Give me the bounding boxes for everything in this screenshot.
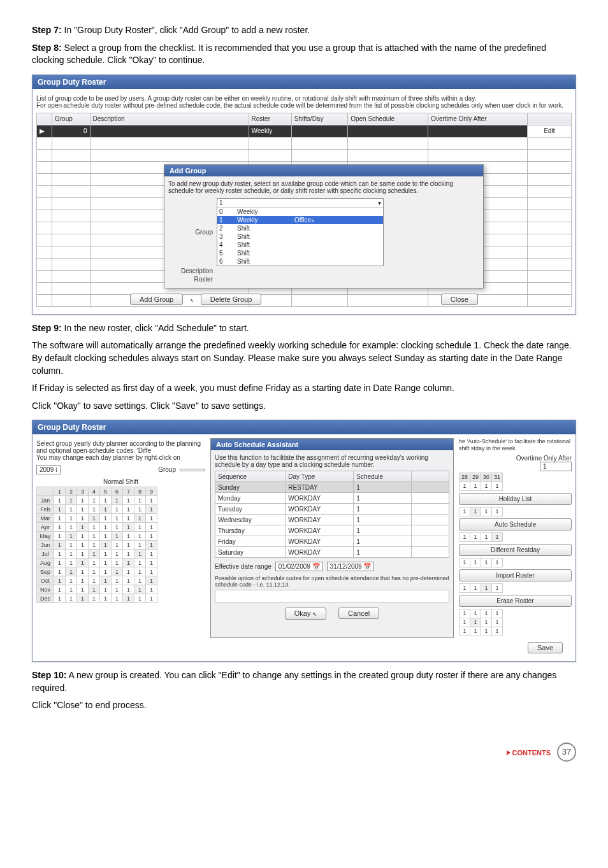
triangle-icon	[507, 750, 510, 755]
schedule-row[interactable]: SaturdayWORKDAY1	[215, 547, 449, 558]
calendar-row[interactable]: Aug111111111	[37, 559, 157, 567]
normal-shift-heading: Normal Shift	[36, 477, 205, 487]
dropdown-option[interactable]: 1WeeklyOffice ↖	[217, 216, 383, 224]
calendar-row[interactable]: Sep111111111	[37, 567, 157, 576]
auto-schedule-assistant-dialog: Auto Schedule Assistant Use this functio…	[210, 438, 454, 638]
right-pane: he 'Auto-Schedule' to facilitate the rot…	[459, 438, 572, 638]
step8-text: Select a group from the checklist. It is…	[32, 43, 546, 66]
ot-label: Overtime Only After	[516, 455, 572, 462]
col-schedule[interactable]: Schedule	[354, 471, 412, 482]
right-calendar-strip: 282930311111	[459, 473, 503, 491]
add-group-dialog: Add Group To add new group duty roster, …	[164, 164, 484, 288]
holiday-list-button[interactable]: Holiday List	[459, 493, 572, 505]
edit-link[interactable]: Edit	[528, 125, 572, 137]
table-row[interactable]: ▶ 0 Weekly Edit	[37, 125, 572, 137]
calendar-row[interactable]: May111111111	[37, 532, 157, 541]
assist-title: Auto Schedule Assistant	[211, 439, 453, 450]
delete-group-button[interactable]: Delete Group	[201, 294, 261, 305]
dropdown-option[interactable]: 4Shift	[217, 241, 383, 249]
window-title: Group Duty Roster	[33, 75, 575, 89]
schedule-row[interactable]: FridayWORKDAY1	[215, 536, 449, 547]
step10-text: A new group is created. You can click "E…	[32, 670, 556, 693]
effective-range-label: Effective date range	[215, 563, 271, 570]
group-label: Group	[168, 229, 217, 236]
col-sequence[interactable]: Sequence	[215, 471, 286, 482]
group-input[interactable]	[180, 469, 205, 471]
calendar-row[interactable]: Nov111111111	[37, 585, 157, 594]
group-dropdown[interactable]: 1▾ 0Weekly1WeeklyOffice ↖2Shift3Shift4Sh…	[217, 198, 384, 266]
step10-label: Step 10:	[32, 670, 66, 680]
intro-text: List of group code to be used by users. …	[36, 95, 572, 109]
col-daytype[interactable]: Day Type	[286, 471, 354, 482]
close-paragraph: Click "Close" to end process.	[32, 699, 576, 712]
step7-text: In "Group Duty Roster", click "Add Group…	[62, 25, 310, 35]
roster-label: Roster	[168, 276, 217, 283]
date-from-input[interactable]: 01/02/2009 📅	[275, 562, 323, 571]
year-spinner[interactable]: 2009 ⁞	[36, 465, 61, 474]
chevron-down-icon: ▾	[378, 199, 381, 206]
left-planner-pane: Select group yearly duty planner accordi…	[36, 438, 205, 638]
col-group[interactable]: Group	[52, 113, 90, 125]
open-schedule-input[interactable]	[215, 590, 449, 602]
cursor-icon: ↖	[190, 296, 194, 303]
step9-label: Step 9:	[32, 323, 62, 333]
assist-msg: Use this function to facilitate the assi…	[215, 454, 449, 468]
month-calendar[interactable]: 123456789Jan111111111Feb111111111Mar1111…	[36, 487, 157, 603]
col-roster[interactable]: Roster	[249, 113, 291, 125]
page-number: 37	[557, 743, 576, 762]
add-group-button[interactable]: Add Group	[130, 294, 183, 305]
paragraph: The software will automatically arrange …	[32, 339, 576, 377]
dropdown-option[interactable]: 5Shift	[217, 249, 383, 257]
schedule-row[interactable]: TuesdayWORKDAY1	[215, 504, 449, 515]
dialog-title: Add Group	[164, 165, 483, 176]
calendar-row[interactable]: Jul111111111	[37, 550, 157, 559]
paragraph: If Friday is selected as first day of a …	[32, 382, 576, 395]
schedule-row[interactable]: SundayRESTDAY1	[215, 482, 449, 493]
dropdown-option[interactable]: 6Shift	[217, 257, 383, 266]
col-open[interactable]: Open Schedule	[348, 113, 428, 125]
calendar-row[interactable]: Apr111111111	[37, 523, 157, 532]
contents-link[interactable]: CONTENTS	[507, 747, 551, 757]
col-overtime[interactable]: Overtime Only After	[428, 113, 528, 125]
calendar-row[interactable]: Dec111111111	[37, 594, 157, 603]
window-title-2: Group Duty Roster	[33, 420, 575, 434]
dropdown-option[interactable]: 2Shift	[217, 224, 383, 232]
dropdown-option[interactable]: 3Shift	[217, 232, 383, 241]
right-note: he 'Auto-Schedule' to facilitate the rot…	[459, 438, 572, 452]
auto-schedule-button[interactable]: Auto Schedule	[459, 518, 572, 530]
dropdown-option[interactable]: 0Weekly	[217, 208, 383, 216]
ot-input[interactable]: 1	[540, 462, 572, 471]
schedule-row[interactable]: ThursdayWORKDAY1	[215, 525, 449, 536]
left-intro: Select group yearly duty planner accordi…	[36, 440, 205, 461]
table-row	[37, 137, 572, 149]
dialog-message: To add new group duty roster, select an …	[168, 180, 479, 194]
step8-label: Step 8:	[32, 43, 62, 53]
table-row	[37, 149, 572, 161]
different-restday-button[interactable]: Different Restday	[459, 544, 572, 556]
schedule-table: Sequence Day Type Schedule SundayRESTDAY…	[215, 471, 449, 558]
okay-button[interactable]: Okay ↖	[285, 608, 326, 620]
date-to-input[interactable]: 31/12/2009 📅	[327, 562, 375, 571]
schedule-row[interactable]: MondayWORKDAY1	[215, 493, 449, 504]
cursor-icon: ↖	[313, 609, 317, 618]
cancel-button[interactable]: Cancel	[338, 608, 379, 619]
description-label: Description	[168, 267, 217, 274]
assist-note: Possible option of schedule codes for op…	[215, 575, 449, 588]
save-button[interactable]: Save	[528, 642, 563, 653]
group-duty-roster-window-1: Group Duty Roster List of group code to …	[32, 75, 576, 315]
paragraph: Click "Okay" to save settings. Click "Sa…	[32, 400, 576, 413]
erase-roster-button[interactable]: Erase Roster	[459, 595, 572, 607]
step7-label: Step 7:	[32, 25, 62, 35]
group-duty-roster-window-2: Group Duty Roster Select group yearly du…	[32, 420, 576, 662]
close-button[interactable]: Close	[441, 294, 478, 305]
col-shifts[interactable]: Shifts/Day	[291, 113, 347, 125]
calendar-row[interactable]: Feb111111111	[37, 505, 157, 514]
calendar-row[interactable]: Mar111111111	[37, 514, 157, 523]
calendar-row[interactable]: Jan111111111	[37, 496, 157, 505]
calendar-row[interactable]: Jun111111111	[37, 541, 157, 550]
calendar-row[interactable]: Oct111111111	[37, 576, 157, 585]
col-description[interactable]: Description	[90, 113, 249, 125]
import-roster-button[interactable]: Import Roster	[459, 569, 572, 581]
schedule-row[interactable]: WednesdayWORKDAY1	[215, 515, 449, 525]
group-field-label: Group	[158, 466, 176, 473]
